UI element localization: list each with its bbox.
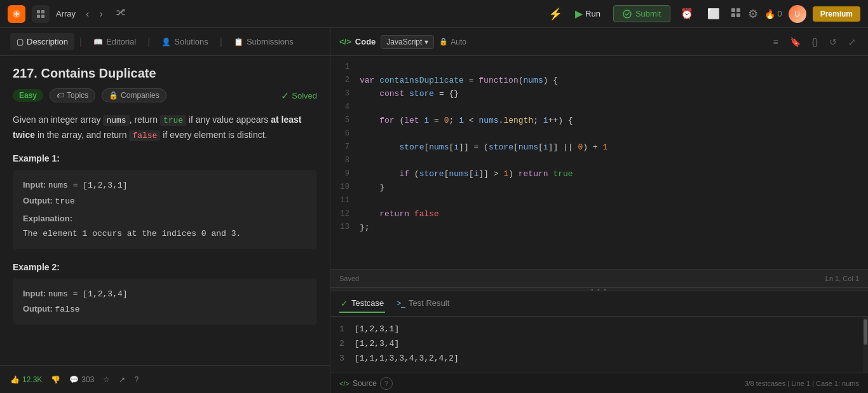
example-1-title: Example 1: [13, 153, 317, 163]
source-section: </> Source ? [339, 377, 393, 390]
scroll-thumb [864, 319, 867, 345]
code-line-2: 2 var containsDuplicate = function(nums)… [330, 74, 868, 88]
testcase-check-icon: ✓ [341, 298, 348, 308]
streak-badge: 🔥 0 [764, 9, 782, 19]
saved-status: Saved [339, 275, 359, 282]
bottom-tab-bar: ✓ Testcase >_ Test Result [330, 291, 868, 317]
fire-icon: 🔥 [764, 9, 775, 19]
next-problem-button[interactable]: › [95, 6, 106, 22]
editor-footer: Saved Ln 1, Col 1 [330, 269, 868, 287]
run-button[interactable]: ▶ Run [569, 4, 607, 23]
like-button[interactable]: 👍 12.3K [10, 375, 42, 384]
terminal-icon: >_ [397, 299, 405, 308]
problem-meta: Easy 🏷 Topics 🔒 Companies ✓ Solved [13, 88, 317, 102]
code-line-13: 13 }; [330, 221, 868, 235]
submit-button[interactable]: Submit [613, 5, 670, 22]
svg-rect-6 [736, 8, 740, 12]
companies-button[interactable]: 🔒 Companies [102, 88, 166, 102]
code-textarea[interactable]: 1 2 var containsDuplicate = function(num… [330, 56, 868, 269]
svg-rect-1 [41, 10, 44, 13]
editorial-tab-icon: 📖 [93, 38, 103, 46]
nums-inline: nums [103, 115, 129, 126]
problem-description: Given an integer array nums, return true… [13, 113, 317, 143]
thumbs-up-icon: 👍 [10, 375, 20, 384]
svg-rect-5 [731, 8, 735, 12]
code-brackets-icon: </> [339, 37, 351, 46]
comment-button[interactable]: 💬 303 [69, 375, 94, 384]
logo-icon[interactable] [8, 5, 25, 23]
share-button[interactable]: ↗ [119, 375, 125, 384]
tab-test-result[interactable]: >_ Test Result [395, 295, 451, 312]
left-footer: 👍 12.3K 👎 💬 303 ☆ ↗ ? [0, 365, 330, 393]
bolt-button[interactable]: ⚡ [548, 7, 562, 21]
lock-small-icon: 🔒 [109, 91, 118, 100]
topics-button[interactable]: 🏷 Topics [50, 88, 95, 102]
testcase-list: 1 [1,2,3,1] 2 [1,2,3,4] 3 [1,1,1,3,3,4,3… [330, 317, 868, 373]
code-line-10: 10 } [330, 181, 868, 195]
dislike-button[interactable]: 👎 [51, 375, 60, 384]
settings-button[interactable]: ⚙ [748, 7, 758, 21]
help-icon: ? [134, 375, 139, 384]
svg-rect-7 [731, 13, 735, 17]
play-icon: ▶ [575, 8, 583, 20]
premium-button[interactable]: Premium [813, 6, 860, 22]
example-2-title: Example 2: [13, 262, 317, 272]
shuffle-button[interactable] [113, 5, 128, 22]
main-content: ▢ Description | 📖 Editorial | 👤 Solution… [0, 28, 868, 393]
tab-testcase[interactable]: ✓ Testcase [339, 295, 385, 313]
code-line-1: 1 [330, 61, 868, 74]
difficulty-badge: Easy [13, 89, 43, 102]
submissions-tab-icon: 📋 [234, 38, 243, 46]
whiteboard-button[interactable]: ⬜ [703, 5, 724, 22]
problem-category-icon[interactable] [32, 5, 50, 23]
auto-lock-icon: 🔒 [439, 38, 448, 46]
code-line-11: 11 [330, 195, 868, 208]
svg-rect-2 [37, 15, 40, 18]
testcase-row-2: 2 [1,2,3,4] [339, 336, 859, 351]
top-navigation: Array ‹ › ⚡ ▶ Run Submit ⏰ ⬜ [0, 0, 868, 28]
help-button[interactable]: ? [134, 375, 139, 384]
code-line-5: 5 for (let i = 0; i < nums.length; i++) … [330, 114, 868, 128]
grid-button[interactable] [730, 7, 742, 21]
source-brackets-icon: </> [339, 380, 349, 387]
false-inline: false [129, 130, 160, 141]
nav-left: Array ‹ › [8, 5, 542, 23]
solved-badge: ✓ Solved [281, 90, 317, 102]
example-2-box: Input: nums = [1,2,3,4] Output: false [13, 279, 317, 325]
code-line-3: 3 const store = {} [330, 88, 868, 101]
fullscreen-button[interactable]: ⤢ [845, 35, 859, 49]
format-button[interactable]: {} [809, 35, 821, 49]
editor-header: </> Code JavaScript ▾ 🔒 Auto ≡ 🔖 {} ↺ ⤢ [330, 28, 868, 56]
bookmark-button[interactable]: ☆ [103, 375, 110, 384]
tab-description[interactable]: ▢ Description [10, 33, 74, 50]
tab-editorial[interactable]: 📖 Editorial [87, 33, 142, 50]
cursor-position: Ln 1, Col 1 [825, 275, 859, 282]
testcases-info: 3/8 testcases | Line 1 | Case 1: nums [744, 380, 859, 387]
right-panel: </> Code JavaScript ▾ 🔒 Auto ≡ 🔖 {} ↺ ⤢ [330, 28, 868, 393]
testcase-scrollbar[interactable] [863, 317, 868, 373]
testcase-row-3: 3 [1,1,1,3,3,4,3,2,4,2] [339, 351, 859, 366]
example-1: Example 1: Input: nums = [1,2,3,1] Outpu… [13, 153, 317, 249]
code-label: </> Code [339, 37, 376, 46]
tab-solutions[interactable]: 👤 Solutions [155, 33, 214, 50]
true-inline: true [160, 115, 186, 126]
nav-arrows: ‹ › [82, 6, 107, 22]
example-1-box: Input: nums = [1,2,3,1] Output: true Exp… [13, 170, 317, 249]
timer-button[interactable]: ⏰ [677, 5, 697, 22]
code-line-8: 8 [330, 155, 868, 168]
code-line-4: 4 [330, 101, 868, 114]
undo-button[interactable]: ↺ [826, 35, 840, 49]
language-selector[interactable]: JavaScript ▾ [381, 35, 434, 49]
tab-submissions[interactable]: 📋 Submissions [227, 33, 300, 50]
editor-toolbar: ≡ 🔖 {} ↺ ⤢ [770, 35, 859, 49]
description-tab-icon: ▢ [17, 38, 24, 46]
bottom-panel: ✓ Testcase >_ Test Result 1 [1,2,3,1] 2 … [330, 291, 868, 393]
bookmark-editor-button[interactable]: 🔖 [787, 35, 804, 49]
nav-center: ⚡ ▶ Run Submit ⏰ ⬜ [548, 4, 724, 23]
tag-icon: 🏷 [57, 91, 64, 100]
left-tab-bar: ▢ Description | 📖 Editorial | 👤 Solution… [0, 28, 330, 56]
expand-button[interactable]: ≡ [770, 35, 781, 49]
user-avatar[interactable]: U [789, 5, 806, 23]
source-help-button[interactable]: ? [380, 377, 393, 390]
prev-problem-button[interactable]: ‹ [82, 6, 93, 22]
